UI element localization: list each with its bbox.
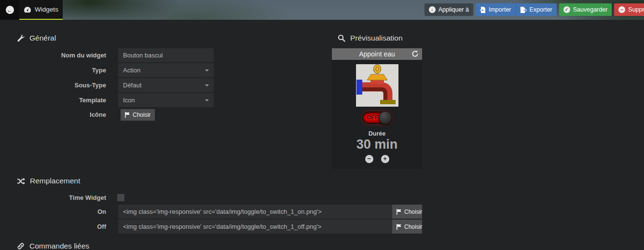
type-select[interactable]: Action: [118, 63, 214, 77]
time-widget-checkbox[interactable]: [117, 194, 124, 201]
toggle-state-label: OFF: [367, 114, 379, 120]
icon-choose-label: Choisir: [133, 111, 151, 118]
flag-icon: [125, 112, 130, 118]
widget-name-input[interactable]: [118, 48, 214, 62]
flag-icon: [397, 209, 401, 215]
flag-icon: [397, 224, 401, 230]
toggle-knob[interactable]: [379, 111, 392, 125]
tachometer-icon: [24, 6, 31, 13]
export-label: Exporter: [530, 6, 552, 13]
name-label: Nom du widget: [14, 48, 106, 62]
minus-circle-button[interactable]: −: [365, 155, 373, 163]
chevron-down-icon: [205, 99, 209, 101]
chevron-down-icon: [205, 69, 209, 71]
type-label: Type: [14, 63, 106, 77]
delete-button[interactable]: − Supprimer: [614, 3, 644, 16]
subtype-label: Sous-Type: [14, 78, 106, 92]
magnifier-icon: [338, 34, 345, 42]
header-actions: ↓ Appliquer à Importer: [425, 3, 644, 16]
section-preview-title: Prévisualisation: [350, 34, 403, 42]
section-general: Général: [17, 34, 56, 42]
duration-stepper: − +: [365, 155, 389, 163]
save-label: Sauvegarder: [573, 6, 608, 13]
on-label: On: [14, 205, 106, 219]
widget-editor-page: ← Widgets ↓ Appliquer à: [0, 0, 644, 250]
section-replacement-title: Remplacement: [30, 177, 80, 185]
wrench-icon: [17, 34, 25, 42]
subtype-select-value: Défaut: [123, 82, 141, 89]
duration-label: Durée: [369, 130, 385, 137]
preview-panel: Appoint eau: [332, 48, 422, 169]
section-replacement: Remplacement: [17, 177, 80, 185]
shuffle-icon: [17, 178, 25, 185]
on-choose-button[interactable]: Choisir: [392, 205, 422, 219]
plus-circle-button[interactable]: +: [381, 155, 389, 163]
off-choose-label: Choisir: [404, 223, 422, 230]
time-widget-label: Time Widget: [14, 191, 106, 205]
template-select-value: Icon: [123, 97, 135, 104]
file-export-icon: [521, 7, 527, 13]
link-icon: [17, 242, 25, 250]
save-button[interactable]: ✓ Sauvegarder: [559, 3, 612, 16]
template-select[interactable]: Icon: [118, 93, 214, 107]
icon-choose-button[interactable]: Choisir: [121, 109, 155, 121]
on-choose-label: Choisir: [404, 208, 422, 215]
back-button[interactable]: ←: [0, 0, 19, 20]
template-label: Template: [14, 93, 106, 107]
subtype-select[interactable]: Défaut: [118, 78, 214, 92]
tab-widgets-label: Widgets: [35, 6, 58, 13]
type-select-value: Action: [123, 67, 140, 74]
preview-widget-header: Appoint eau: [332, 48, 422, 60]
import-label: Importer: [489, 6, 511, 13]
import-button[interactable]: Importer: [476, 3, 516, 16]
arrow-circle-left-icon: ←: [6, 6, 14, 14]
export-button[interactable]: Exporter: [516, 3, 557, 16]
on-image-input[interactable]: [118, 205, 392, 219]
off-choose-button[interactable]: Choisir: [392, 220, 422, 234]
apply-to-label: Appliquer à: [438, 6, 469, 13]
minus-circle-icon: −: [618, 6, 625, 13]
delete-label: Supprimer: [628, 6, 644, 13]
duration-value: 30 min: [356, 138, 398, 152]
refresh-icon[interactable]: [411, 50, 419, 57]
check-circle-icon: ✓: [563, 6, 570, 13]
valve-image: [356, 64, 398, 107]
tab-widgets[interactable]: Widgets: [19, 0, 63, 20]
chevron-down-icon: [205, 84, 209, 86]
on-off-toggle[interactable]: OFF: [362, 111, 392, 124]
section-general-title: Général: [29, 34, 56, 42]
off-label: Off: [14, 220, 106, 234]
section-preview: Prévisualisation: [338, 34, 403, 42]
off-image-input[interactable]: [118, 220, 392, 234]
top-bar: ← Widgets ↓ Appliquer à: [0, 0, 644, 20]
file-import-icon: [480, 7, 486, 13]
section-linked-commands-title: Commandes liées: [29, 242, 89, 250]
section-linked-commands: Commandes liées: [17, 242, 89, 250]
icon-label: Icône: [14, 108, 106, 122]
apply-to-button[interactable]: ↓ Appliquer à: [425, 3, 473, 16]
import-export-group: Importer Exporter: [476, 3, 557, 16]
arrow-circle-down-icon: ↓: [429, 6, 436, 13]
preview-widget-title: Appoint eau: [359, 50, 395, 58]
